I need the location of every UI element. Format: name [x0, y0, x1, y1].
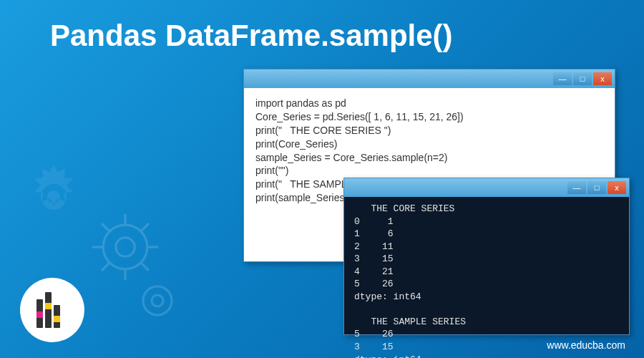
svg-point-11	[152, 295, 163, 306]
minimize-button[interactable]: —	[553, 72, 572, 85]
terminal-window: — □ x THE CORE SERIES 0 1 1 6 2 11 3 15 …	[343, 178, 630, 335]
window-titlebar: — □ x	[344, 178, 629, 197]
gear-icon	[129, 272, 186, 329]
svg-line-7	[141, 263, 149, 271]
gear-icon	[21, 165, 86, 229]
svg-point-10	[143, 286, 172, 315]
svg-line-6	[102, 223, 109, 231]
educba-logo	[20, 278, 84, 342]
attribution-text: www.educba.com	[547, 339, 625, 351]
svg-point-0	[103, 225, 147, 269]
svg-line-9	[102, 263, 109, 271]
svg-line-8	[141, 223, 149, 231]
maximize-button[interactable]: □	[573, 72, 592, 85]
page-title: Pandas DataFrame.sample()	[50, 19, 453, 53]
close-button[interactable]: x	[608, 181, 626, 194]
minimize-button[interactable]: —	[567, 181, 586, 194]
maximize-button[interactable]: □	[587, 181, 606, 194]
window-titlebar: — □ x	[244, 69, 615, 88]
svg-point-1	[116, 238, 135, 256]
terminal-output: THE CORE SERIES 0 1 1 6 2 11 3 15 4 21 5…	[344, 197, 629, 334]
close-button[interactable]: x	[593, 72, 612, 85]
